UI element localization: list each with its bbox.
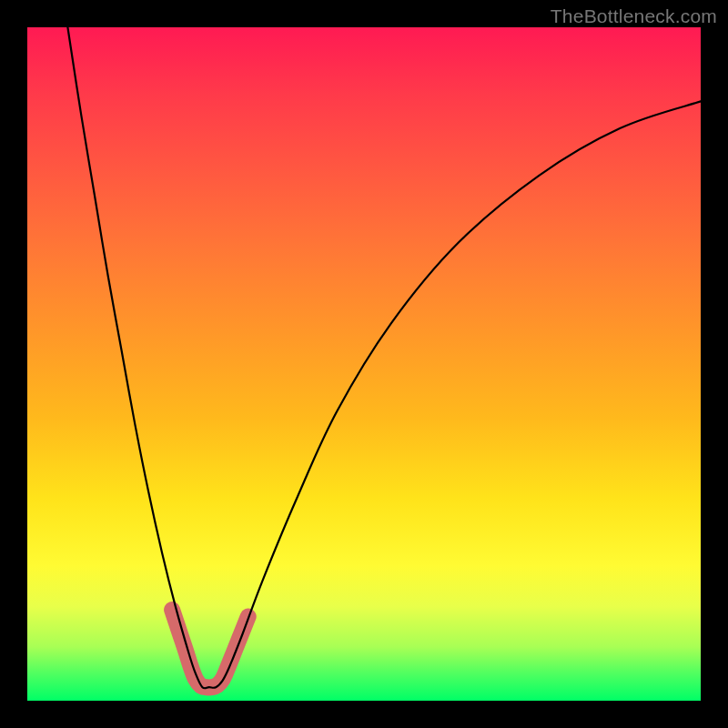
chart-frame: TheBottleneck.com bbox=[0, 0, 728, 728]
plot-area bbox=[27, 27, 701, 701]
curve-series bbox=[67, 27, 701, 688]
watermark-text: TheBottleneck.com bbox=[551, 5, 717, 27]
chart-svg bbox=[27, 27, 701, 701]
